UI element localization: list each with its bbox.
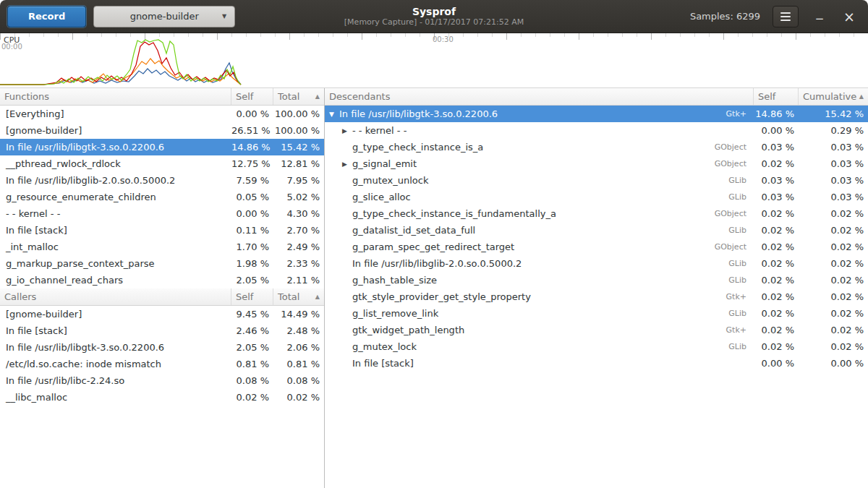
descendants-table-row[interactable]: g_slice_alloc GLib 0.03 % 0.03 % <box>325 189 868 205</box>
headerbar-right: Samples: 6299 − × <box>690 6 861 27</box>
descendants-table-row[interactable]: g_mutex_lock GLib 0.02 % 0.02 % <box>325 338 868 355</box>
descendants-table-row[interactable]: g_datalist_id_set_data_full GLib 0.02 % … <box>325 222 868 239</box>
functions-self-column-header[interactable]: Self <box>231 88 273 105</box>
callers-table-row[interactable]: /etc/ld.so.cache: inode mismatch 0.81 % … <box>0 356 324 372</box>
functions-table-row[interactable]: - - kernel - - 0.00 % 4.30 % <box>0 205 324 222</box>
caller-name: In file /usr/lib/libc-2.24.so <box>0 375 231 386</box>
expander-icon[interactable]: ▶ <box>342 127 352 134</box>
menu-button[interactable] <box>773 6 799 27</box>
descendants-table-row[interactable]: ▶ - - kernel - - 0.00 % 0.29 % <box>325 122 868 139</box>
category-label: GObject <box>715 159 746 168</box>
app-subtitle: [Memory Capture] - 01/17/2017 07:21:52 A… <box>344 17 524 27</box>
functions-table-row[interactable]: [gnome-builder] 26.51 % 100.00 % <box>0 122 324 139</box>
total-percent: 0.08 % <box>273 375 324 386</box>
functions-table-row[interactable]: g_markup_parse_context_parse 1.98 % 2.33… <box>0 255 324 272</box>
cumulative-percent: 0.03 % <box>799 192 868 202</box>
descendant-name: In file /usr/lib/libglib-2.0.so.0.5000.2 <box>352 258 728 269</box>
function-name: __pthread_rwlock_rdlock <box>0 158 231 169</box>
total-percent: 7.95 % <box>273 175 324 186</box>
descendants-column-header[interactable]: Descendants <box>325 88 754 105</box>
expander-icon[interactable]: ▶ <box>342 160 352 168</box>
close-button[interactable]: × <box>841 8 858 25</box>
self-percent: 0.08 % <box>231 375 273 386</box>
cumulative-percent: 0.02 % <box>799 275 868 286</box>
app-title: Sysprof <box>412 6 456 17</box>
total-percent: 2.06 % <box>273 342 324 353</box>
functions-table-row[interactable]: g_resource_enumerate_children 0.05 % 5.0… <box>0 189 324 205</box>
descendants-table-row[interactable]: gtk_style_provider_get_style_property Gt… <box>325 288 868 305</box>
callers-table-row[interactable]: In file /usr/lib/libgtk-3.so.0.2200.6 2.… <box>0 339 324 356</box>
descendants-cumulative-column-header[interactable]: Cumulative ▲ <box>799 88 868 105</box>
descendant-name: g_mutex_lock <box>352 341 728 352</box>
functions-table-row[interactable]: g_io_channel_read_chars 2.05 % 2.11 % <box>0 272 324 288</box>
self-percent: 0.02 % <box>754 325 799 335</box>
functions-table-row[interactable]: In file [stack] 0.11 % 2.70 % <box>0 222 324 239</box>
cpu-timeline[interactable]: CPU 00:00 00:30 <box>0 33 868 88</box>
category-label: GObject <box>715 142 746 152</box>
function-name: In file /usr/lib/libglib-2.0.so.0.5000.2 <box>0 175 231 186</box>
callers-table-row[interactable]: [gnome-builder] 9.45 % 14.49 % <box>0 306 324 322</box>
callers-table-header: Callers Self Total ▲ <box>0 288 324 306</box>
self-percent: 2.05 % <box>231 275 273 286</box>
self-percent: 12.75 % <box>231 158 273 169</box>
cumulative-percent: 0.02 % <box>799 225 868 236</box>
descendants-self-column-header[interactable]: Self <box>754 88 799 105</box>
cumulative-percent: 0.03 % <box>799 158 868 169</box>
cumulative-percent: 0.00 % <box>799 358 868 369</box>
callers-table-row[interactable]: __libc_malloc 0.02 % 0.02 % <box>0 389 324 406</box>
callgraph-panes: Functions Self Total ▲ [Everything] 0.00… <box>0 88 868 488</box>
descendants-table-row[interactable]: In file /usr/lib/libglib-2.0.so.0.5000.2… <box>325 255 868 272</box>
functions-table-row[interactable]: In file /usr/lib/libglib-2.0.so.0.5000.2… <box>0 172 324 189</box>
category-label: GLib <box>728 192 746 202</box>
function-name: _int_malloc <box>0 241 231 252</box>
self-percent: 0.11 % <box>231 225 273 236</box>
caller-name: /etc/ld.so.cache: inode mismatch <box>0 359 231 369</box>
self-percent: 0.03 % <box>754 142 799 153</box>
descendants-table-row[interactable]: g_list_remove_link GLib 0.02 % 0.02 % <box>325 305 868 322</box>
descendants-table-row[interactable]: g_mutex_unlock GLib 0.03 % 0.03 % <box>325 172 868 189</box>
self-percent: 0.02 % <box>754 241 799 252</box>
descendants-table-header: Descendants Self Cumulative ▲ <box>325 88 868 106</box>
callers-table-row[interactable]: In file [stack] 2.46 % 2.48 % <box>0 322 324 339</box>
descendants-table-row[interactable]: g_type_check_instance_is_fundamentally_a… <box>325 205 868 222</box>
record-button[interactable]: Record <box>7 6 86 27</box>
callers-self-column-header[interactable]: Self <box>231 288 273 305</box>
descendants-table-row[interactable]: g_param_spec_get_redirect_target GObject… <box>325 239 868 255</box>
descendants-table-row[interactable]: g_type_check_instance_is_a GObject 0.03 … <box>325 139 868 155</box>
cumulative-percent: 0.03 % <box>799 142 868 153</box>
functions-table-row[interactable]: __pthread_rwlock_rdlock 12.75 % 12.81 % <box>0 155 324 172</box>
descendants-table-row[interactable]: g_hash_table_size GLib 0.02 % 0.02 % <box>325 272 868 288</box>
descendant-name: g_mutex_unlock <box>352 175 728 186</box>
descendants-panel: Descendants Self Cumulative ▲ ▼ In file … <box>325 88 868 488</box>
descendant-name: g_type_check_instance_is_fundamentally_a <box>352 208 715 219</box>
minimize-button[interactable]: − <box>811 8 828 25</box>
descendants-table-row[interactable]: ▼ In file /usr/lib/libgtk-3.so.0.2200.6 … <box>325 106 868 122</box>
total-percent: 2.11 % <box>273 275 324 286</box>
functions-table-row[interactable]: [Everything] 0.00 % 100.00 % <box>0 106 324 122</box>
functions-total-column-header[interactable]: Total ▲ <box>273 88 324 105</box>
self-percent: 0.00 % <box>231 108 273 119</box>
category-label: GLib <box>728 275 746 285</box>
caller-name: [gnome-builder] <box>0 309 231 320</box>
descendants-table-row[interactable]: gtk_widget_path_length Gtk+ 0.02 % 0.02 … <box>325 322 868 338</box>
hamburger-icon <box>780 12 791 21</box>
cumulative-percent: 0.02 % <box>799 258 868 269</box>
cumulative-percent: 0.02 % <box>799 308 868 319</box>
descendant-name: In file [stack] <box>352 358 746 369</box>
sort-indicator-icon: ▲ <box>315 93 320 100</box>
functions-column-header[interactable]: Functions <box>0 88 231 105</box>
target-selector-button[interactable]: gnome-builder ▼ <box>93 6 235 27</box>
total-percent: 2.48 % <box>273 325 324 336</box>
callers-table-row[interactable]: In file /usr/lib/libc-2.24.so 0.08 % 0.0… <box>0 372 324 389</box>
category-label: GLib <box>728 309 746 318</box>
self-percent: 0.02 % <box>754 308 799 319</box>
functions-table-row[interactable]: In file /usr/lib/libgtk-3.so.0.2200.6 14… <box>0 139 324 155</box>
samples-count: Samples: 6299 <box>690 11 760 22</box>
descendant-name: - - kernel - - <box>352 125 746 136</box>
descendants-table-row[interactable]: In file [stack] 0.00 % 0.00 % <box>325 355 868 372</box>
descendants-table-row[interactable]: ▶ g_signal_emit GObject 0.02 % 0.03 % <box>325 155 868 172</box>
callers-column-header[interactable]: Callers <box>0 288 231 305</box>
callers-total-column-header[interactable]: Total ▲ <box>273 288 324 305</box>
functions-table-row[interactable]: _int_malloc 1.70 % 2.49 % <box>0 239 324 255</box>
expander-icon[interactable]: ▼ <box>329 111 339 118</box>
